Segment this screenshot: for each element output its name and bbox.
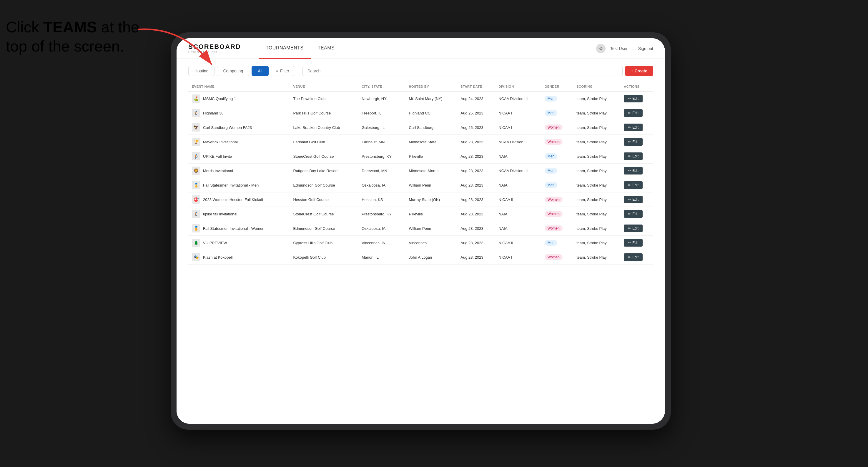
table-row: 🌲 VU PREVIEW Cypress Hills Golf Club Vin… xyxy=(188,236,653,250)
col-division: DIVISION xyxy=(495,82,541,92)
event-name-text: Morris Invitational xyxy=(203,168,233,173)
cell-scoring: team, Stroke Play xyxy=(573,192,620,207)
table-row: 🦅 Carl Sandburg Women FA23 Lake Bracken … xyxy=(188,120,653,135)
edit-label: Edit xyxy=(632,212,639,216)
cell-gender: Women xyxy=(541,192,573,207)
edit-label: Edit xyxy=(632,255,639,259)
cell-gender: Men xyxy=(541,92,573,106)
col-scoring: SCORING xyxy=(573,82,620,92)
gender-badge: Women xyxy=(545,124,563,130)
table-row: 🎯 2023 Women's Hesston Fall Kickoff Hess… xyxy=(188,192,653,207)
event-icon: 🌲 xyxy=(192,239,200,247)
edit-icon: ✏ xyxy=(628,168,631,173)
cell-hosted-by: John A Logan xyxy=(405,250,457,264)
table-row: 🏌️ Highland 36 Park Hills Golf Course Fr… xyxy=(188,106,653,120)
event-name-text: UPIKE Fall Invite xyxy=(203,154,232,159)
create-button[interactable]: + Create xyxy=(625,66,653,76)
edit-button[interactable]: ✏ Edit xyxy=(624,152,643,160)
edit-button[interactable]: ✏ Edit xyxy=(624,239,643,247)
cell-scoring: team, Stroke Play xyxy=(573,92,620,106)
col-start-date: START DATE xyxy=(457,82,495,92)
table-row: 🏌️ UPIKE Fall Invite StoneCrest Golf Cou… xyxy=(188,149,653,164)
cell-venue: Edmundson Golf Course xyxy=(289,178,358,192)
cell-scoring: team, Stroke Play xyxy=(573,149,620,164)
cell-scoring: team, Stroke Play xyxy=(573,135,620,149)
cell-actions: ✏ Edit xyxy=(620,192,653,207)
cell-actions: ✏ Edit xyxy=(620,236,653,250)
col-city-state: CITY, STATE xyxy=(358,82,405,92)
cell-city-state: Galesburg, IL xyxy=(358,120,405,135)
table-row: 🎭 Klash at Kokopelli Kokopelli Golf Club… xyxy=(188,250,653,264)
event-name-text: Fall Statesmen Invitational - Men xyxy=(203,183,259,187)
event-icon: ⛳ xyxy=(192,94,200,103)
tablet-screen: SCOREBOARD Powered by clippit TOURNAMENT… xyxy=(177,38,665,424)
cell-scoring: team, Stroke Play xyxy=(573,164,620,178)
cell-start-date: Aug 28, 2023 xyxy=(457,135,495,149)
cell-event-name: 🌲 VU PREVIEW xyxy=(188,236,289,250)
edit-button[interactable]: ✏ Edit xyxy=(624,181,643,189)
edit-button[interactable]: ✏ Edit xyxy=(624,95,643,102)
cell-gender: Men xyxy=(541,178,573,192)
all-filter-btn[interactable]: All xyxy=(252,66,269,76)
cell-actions: ✏ Edit xyxy=(620,106,653,120)
edit-button[interactable]: ✏ Edit xyxy=(624,253,643,261)
edit-icon: ✏ xyxy=(628,140,631,144)
edit-button[interactable]: ✏ Edit xyxy=(624,138,643,146)
hosting-filter-btn[interactable]: Hosting xyxy=(188,66,215,76)
edit-button[interactable]: ✏ Edit xyxy=(624,109,643,117)
gear-icon[interactable]: ⚙ xyxy=(596,44,606,53)
edit-button[interactable]: ✏ Edit xyxy=(624,167,643,175)
edit-button[interactable]: ✏ Edit xyxy=(624,224,643,232)
cell-division: NAIA xyxy=(495,221,541,236)
instruction-text: Click TEAMS at thetop of the screen. xyxy=(6,18,140,56)
filter-bar: Hosting Competing All ≡ Filter + Create xyxy=(188,66,653,76)
event-icon: 🎯 xyxy=(192,195,200,204)
table-header: EVENT NAME VENUE CITY, STATE HOSTED BY S… xyxy=(188,82,653,92)
edit-button[interactable]: ✏ Edit xyxy=(624,124,643,131)
main-content: Hosting Competing All ≡ Filter + Create xyxy=(177,59,665,424)
cell-gender: Men xyxy=(541,149,573,164)
cell-city-state: Oskaloosa, IA xyxy=(358,178,405,192)
cell-venue: Cypress Hills Golf Club xyxy=(289,236,358,250)
edit-button[interactable]: ✏ Edit xyxy=(624,210,643,218)
search-input[interactable] xyxy=(303,66,623,76)
cell-event-name: 🏌️ Highland 36 xyxy=(188,106,289,120)
col-actions: ACTIONS xyxy=(620,82,653,92)
cell-actions: ✏ Edit xyxy=(620,164,653,178)
edit-button[interactable]: ✏ Edit xyxy=(624,196,643,203)
competing-filter-btn[interactable]: Competing xyxy=(217,66,249,76)
edit-label: Edit xyxy=(632,197,639,201)
cell-gender: Women xyxy=(541,221,573,236)
table-row: ⛳ MSMC Qualifying 1 The Powelton Club Ne… xyxy=(188,92,653,106)
cell-division: NCAA Division III xyxy=(495,92,541,106)
cell-event-name: 🎭 Klash at Kokopelli xyxy=(188,250,289,264)
gender-badge: Women xyxy=(545,254,563,260)
event-icon: 🏅 xyxy=(192,224,200,232)
cell-division: NAIA xyxy=(495,149,541,164)
cell-division: NAIA xyxy=(495,178,541,192)
filter-options-btn[interactable]: ≡ Filter xyxy=(271,66,294,76)
cell-hosted-by: William Penn xyxy=(405,178,457,192)
edit-label: Edit xyxy=(632,226,639,230)
cell-division: NICAA I xyxy=(495,120,541,135)
nav-tournaments[interactable]: TOURNAMENTS xyxy=(259,38,311,59)
cell-actions: ✏ Edit xyxy=(620,135,653,149)
event-name-text: Carl Sandburg Women FA23 xyxy=(203,125,252,130)
edit-icon: ✏ xyxy=(628,125,631,129)
cell-start-date: Aug 26, 2023 xyxy=(457,120,495,135)
cell-hosted-by: Murray State (OK) xyxy=(405,192,457,207)
cell-venue: StoneCrest Golf Course xyxy=(289,207,358,221)
edit-icon: ✏ xyxy=(628,111,631,115)
event-name-text: VU PREVIEW xyxy=(203,241,227,245)
event-icon: 🏌️ xyxy=(192,210,200,218)
nav-signout[interactable]: Sign out xyxy=(638,46,653,51)
gender-badge: Women xyxy=(545,196,563,203)
cell-city-state: Marion, IL xyxy=(358,250,405,264)
gender-badge: Men xyxy=(545,168,557,174)
cell-venue: Hesston Golf Course xyxy=(289,192,358,207)
nav-teams[interactable]: TEAMS xyxy=(311,38,342,59)
edit-icon: ✏ xyxy=(628,212,631,216)
event-icon: 🏅 xyxy=(192,181,200,189)
table-row: 🦁 Morris Invitational Ruttger's Bay Lake… xyxy=(188,164,653,178)
gender-badge: Men xyxy=(545,110,557,116)
